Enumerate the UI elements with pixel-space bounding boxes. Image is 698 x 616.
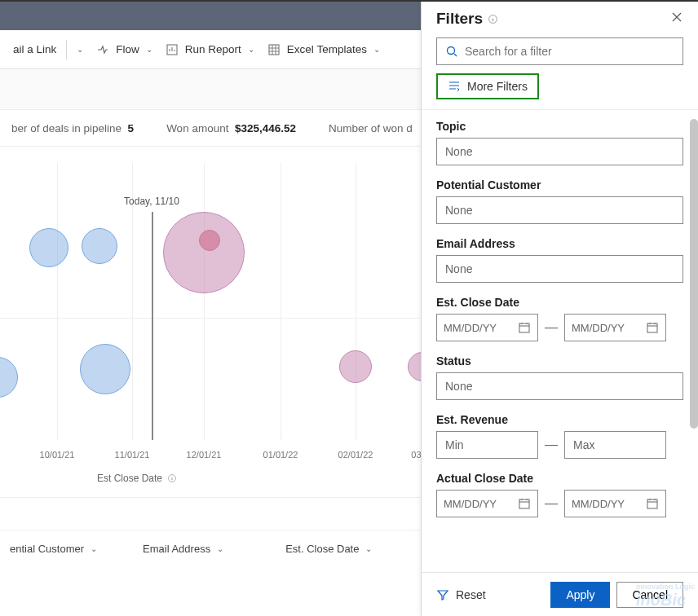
run-report-cmd[interactable]: Run Report ⌄ — [159, 30, 261, 68]
funnel-icon — [436, 588, 449, 601]
cmd-label: Excel Templates — [287, 43, 367, 55]
more-filters-button[interactable]: More Filters — [436, 73, 539, 99]
panel-header: Filters — [422, 2, 698, 31]
panel-footer: Reset Apply Cancel — [422, 572, 698, 616]
svg-rect-13 — [647, 323, 657, 332]
svg-rect-14 — [519, 499, 529, 508]
chevron-down-icon: ⌄ — [91, 544, 97, 553]
bubble[interactable] — [339, 350, 372, 383]
cancel-button[interactable]: Cancel — [616, 582, 683, 608]
col-potential-customer[interactable]: ential Customer⌄ — [10, 543, 97, 555]
calendar-icon — [646, 497, 659, 510]
filters-panel: Filters More Filters Topic None Potentia… — [421, 2, 698, 616]
actual-close-from[interactable]: MM/DD/YY — [436, 490, 538, 517]
email-link-cmd[interactable]: ail a Link — [7, 30, 63, 68]
field-label-actual-close: Actual Close Date — [436, 472, 683, 485]
col-email-address[interactable]: Email Address⌄ — [143, 543, 223, 555]
potential-customer-input[interactable]: None — [436, 196, 683, 224]
close-button[interactable] — [670, 11, 683, 27]
bubble[interactable] — [80, 344, 130, 394]
revenue-max[interactable]: Max — [564, 431, 666, 459]
cmd-label: Flow — [116, 43, 139, 55]
field-label-est-close: Est. Close Date — [436, 296, 683, 309]
info-icon[interactable] — [488, 14, 498, 24]
actual-close-to[interactable]: MM/DD/YY — [564, 490, 666, 517]
topic-input[interactable]: None — [436, 138, 683, 165]
est-close-to[interactable]: MM/DD/YY — [564, 314, 666, 341]
bubble[interactable] — [29, 228, 68, 267]
field-label-potential: Potential Customer — [436, 178, 683, 191]
field-label-topic: Topic — [436, 120, 683, 133]
reset-button[interactable]: Reset — [436, 588, 486, 601]
separator — [66, 40, 67, 59]
scrollbar-thumb[interactable] — [690, 119, 698, 429]
bubble[interactable] — [82, 228, 117, 264]
chevron-down-icon: ⌄ — [365, 544, 372, 553]
bubble[interactable] — [199, 230, 220, 251]
range-dash: — — [545, 320, 558, 335]
today-label: Today, 11/10 — [124, 196, 179, 207]
svg-rect-15 — [647, 499, 657, 508]
chevron-down-icon: ⌄ — [217, 544, 223, 553]
metric-won-amount: Won amount $325,446.52 — [166, 122, 296, 134]
status-input[interactable]: None — [436, 372, 683, 400]
bubble[interactable] — [163, 212, 245, 293]
calendar-icon — [518, 321, 531, 334]
excel-templates-cmd[interactable]: Excel Templates ⌄ — [261, 30, 387, 68]
info-icon — [167, 473, 177, 483]
bubble[interactable] — [0, 357, 18, 398]
calendar-icon — [646, 321, 659, 334]
flow-cmd[interactable]: Flow ⌄ — [90, 30, 159, 68]
x-axis-label: Est Close Date — [0, 473, 274, 484]
apply-button[interactable]: Apply — [550, 582, 610, 608]
field-label-email: Email Address — [436, 237, 683, 250]
field-label-revenue: Est. Revenue — [436, 413, 683, 426]
email-chevron[interactable]: ⌄ — [70, 30, 90, 68]
chevron-down-icon: ⌄ — [248, 45, 254, 54]
metric-deals: ber of deals in pipeline 5 — [11, 122, 134, 134]
panel-body: Topic None Potential Customer None Email… — [422, 110, 698, 572]
report-icon — [166, 43, 179, 56]
svg-rect-12 — [519, 323, 529, 332]
search-icon — [445, 45, 458, 58]
flow-icon — [96, 43, 109, 56]
calendar-icon — [518, 497, 531, 510]
metric-won-count: Number of won d — [329, 122, 413, 134]
email-address-input[interactable]: None — [436, 255, 683, 283]
svg-point-11 — [448, 47, 455, 55]
excel-icon — [267, 43, 281, 56]
filter-search-input[interactable] — [465, 45, 674, 58]
revenue-min[interactable]: Min — [436, 431, 538, 459]
field-label-status: Status — [436, 354, 683, 367]
chevron-down-icon: ⌄ — [146, 45, 152, 54]
filter-list-icon — [448, 80, 461, 93]
panel-title: Filters — [436, 10, 498, 28]
chevron-down-icon: ⌄ — [77, 45, 83, 54]
cmd-label: Run Report — [185, 43, 241, 55]
today-line — [152, 212, 153, 440]
cmd-label: ail a Link — [13, 43, 56, 55]
est-close-from[interactable]: MM/DD/YY — [436, 314, 538, 341]
chevron-down-icon: ⌄ — [373, 45, 380, 54]
range-dash: — — [545, 496, 558, 511]
close-icon — [670, 11, 683, 24]
svg-rect-1 — [269, 45, 279, 55]
col-est-close-date[interactable]: Est. Close Date⌄ — [285, 543, 372, 555]
range-dash: — — [545, 438, 558, 452]
filter-search[interactable] — [436, 37, 683, 65]
